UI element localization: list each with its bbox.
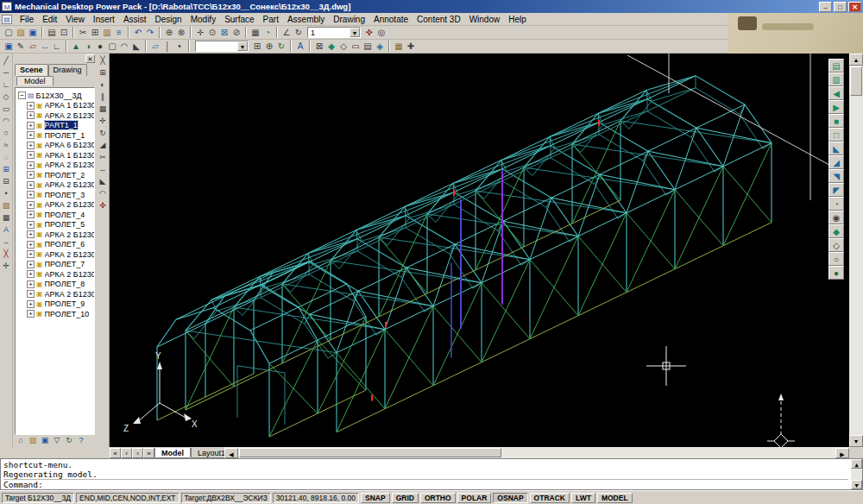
tree-item-АРКА 6 Б1230_1[interactable]: +▣АРКА 6 Б1230_1 (16, 141, 94, 151)
tree-item-АРКА 2 Б1230_2[interactable]: +▣АРКА 2 Б1230_2 (16, 161, 94, 171)
menu-view[interactable]: View (61, 14, 89, 25)
zoom-window-icon[interactable]: ⊠ (218, 27, 230, 39)
move2-icon[interactable]: ✛ (98, 116, 109, 128)
extend-icon[interactable]: ↔ (98, 164, 109, 176)
tree-item-ПРОЛЕТ_6[interactable]: +▣ПРОЛЕТ_6 (16, 240, 94, 250)
menu-insert[interactable]: Insert (89, 14, 119, 25)
camera-icon[interactable]: ◉ (828, 211, 844, 224)
save-file-icon[interactable]: ▣ (27, 27, 39, 39)
tree-item-PART1_1[interactable]: +▣PART1_1 (16, 121, 94, 131)
toolbar-combo[interactable]: ▼ (195, 41, 249, 52)
tree-item-АРКА 2 Б1230_7[interactable]: +▣АРКА 2 Б1230_7 (16, 249, 94, 260)
mirror-icon[interactable]: ◐ (98, 79, 109, 91)
tree-item-Б12Х30__3Д[interactable]: −▤Б12Х30__3Д (16, 91, 94, 101)
tree-item-ПРОЛЕТ_7[interactable]: +▣ПРОЛЕТ_7 (16, 260, 94, 270)
profile-icon[interactable]: ▱ (27, 41, 39, 53)
command-history[interactable]: shortcut-menu. Regenerating model. Comma… (1, 459, 851, 489)
erase-icon[interactable]: ╳ (1, 249, 12, 261)
menu-modify[interactable]: Modify (186, 14, 220, 25)
help-q-icon[interactable]: ? (76, 436, 86, 446)
tree-item-АРКА 2 Б1230_8[interactable]: +▣АРКА 2 Б1230_8 (16, 269, 94, 280)
expand-box-icon[interactable]: + (27, 171, 35, 179)
combine-icon[interactable]: ⊕ (263, 41, 275, 53)
drawing-viewport[interactable]: YXZ ▤▥◀▶■□◣◢◥◤◔◉◆◇○● (110, 54, 849, 447)
expand-box-icon[interactable]: + (27, 280, 35, 288)
move-icon[interactable]: ✛ (1, 261, 12, 273)
chamfer-icon[interactable]: ◣ (98, 176, 109, 188)
scale-icon[interactable]: ◢ (98, 140, 109, 152)
tree-item-АРКА 1 Б1230_1[interactable]: +▣АРКА 1 Б1230_1 (16, 101, 94, 111)
power-snap-icon[interactable]: ✜ (363, 27, 375, 39)
tree-item-ПРОЛЕТ_4[interactable]: +▣ПРОЛЕТ_4 (16, 210, 94, 220)
update-part-icon[interactable]: ↻ (275, 41, 287, 53)
tab-model[interactable]: Model (154, 448, 191, 458)
zoom-extents-icon[interactable]: ⊠ (313, 41, 325, 53)
toggle-otrack[interactable]: OTRACK (530, 493, 570, 503)
pan-icon[interactable]: ✛ (194, 27, 206, 39)
expand-box-icon[interactable]: + (27, 261, 35, 268)
trim-icon[interactable]: ✂ (98, 152, 109, 164)
menu-annotate[interactable]: Annotate (369, 14, 413, 25)
fillet-feature-icon[interactable]: ◠ (118, 41, 130, 53)
front-view-icon[interactable]: ▭ (350, 41, 362, 53)
expand-box-icon[interactable]: + (27, 211, 35, 218)
command-scroll-up[interactable]: ▲ (851, 459, 862, 469)
copy-object-icon[interactable]: ⊞ (98, 67, 109, 79)
expand-box-icon[interactable]: + (27, 290, 35, 298)
se-isometric-icon[interactable]: ◢ (828, 155, 844, 169)
hidden-line-icon[interactable]: ◇ (828, 238, 844, 252)
prev-tab-button[interactable]: ‹ (121, 448, 132, 458)
menu-drawing[interactable]: Drawing (329, 14, 369, 25)
extrude-icon[interactable]: ▲ (70, 41, 82, 53)
match-properties-icon[interactable]: ≡ (113, 27, 125, 39)
array-icon[interactable]: ▦ (98, 104, 109, 116)
vertical-scrollbar[interactable]: ▲ ▼ (849, 54, 863, 447)
circle-icon[interactable]: ○ (1, 128, 12, 140)
horizontal-scroll-thumb[interactable] (239, 448, 501, 457)
toolbar-combo[interactable]: 1▼ (307, 27, 361, 38)
browser-close-button[interactable]: ✕ (85, 54, 95, 63)
tab-scene[interactable]: Scene (15, 64, 48, 76)
menu-surface[interactable]: Surface (220, 14, 258, 25)
expand-box-icon[interactable]: + (27, 151, 35, 159)
floppy-icon[interactable]: ▣ (40, 436, 50, 446)
expand-box-icon[interactable]: + (27, 221, 35, 229)
expand-box-icon[interactable]: + (27, 122, 35, 129)
ucs-icon[interactable]: ∠ (280, 27, 293, 39)
tree-item-АРКА 2 Б1230_3[interactable]: +▣АРКА 2 Б1230_3 (16, 180, 94, 191)
shade-mode-icon[interactable]: ◆ (828, 224, 844, 238)
desktop-icon[interactable]: ⌂ (16, 436, 26, 446)
expand-box-icon[interactable]: + (27, 181, 35, 189)
new-sketch-icon[interactable]: ✎ (15, 41, 27, 53)
tree-item-ПРОЛЕТ_5[interactable]: +▣ПРОЛЕТ_5 (16, 220, 94, 230)
zoom-previous-icon[interactable]: ⊘ (230, 27, 243, 39)
menu-design[interactable]: Design (151, 14, 186, 25)
left-view-icon[interactable]: ◀ (828, 86, 844, 100)
rectangle-icon[interactable]: ▭ (1, 104, 12, 116)
expand-box-icon[interactable]: + (27, 161, 35, 169)
back-view-icon[interactable]: □ (828, 128, 844, 142)
redo-icon[interactable]: ↷ (144, 27, 156, 39)
polygon-icon[interactable]: ◇ (1, 91, 12, 104)
arc-icon[interactable]: ◠ (1, 116, 12, 128)
wireframe-mode-icon[interactable]: ◇ (337, 41, 350, 53)
top-view-icon[interactable]: ▤ (362, 41, 374, 53)
expand-box-icon[interactable]: + (27, 142, 35, 149)
tree-item-ПРОЛЕТ_9[interactable]: +▣ПРОЛЕТ_9 (16, 299, 94, 310)
pattern-icon[interactable]: ⊞ (251, 41, 263, 53)
command-scrollbar[interactable]: ▲ ▼ (851, 459, 862, 489)
first-tab-button[interactable]: « (110, 448, 121, 458)
tree-item-ПРОЛЕТ_2[interactable]: +▣ПРОЛЕТ_2 (16, 170, 94, 180)
toggle-ortho[interactable]: ORTHO (420, 493, 456, 503)
minimize-button[interactable]: – (819, 2, 832, 12)
osnap-settings-icon[interactable]: ◎ (375, 27, 387, 39)
maximize-button[interactable]: □ (834, 2, 847, 12)
zoom-realtime-icon[interactable]: ⊙ (206, 27, 218, 39)
region-icon[interactable]: ▦ (1, 212, 12, 224)
menu-content-3d[interactable]: Content 3D (413, 14, 465, 25)
explode-icon[interactable]: ✜ (98, 200, 109, 212)
tree-item-ПРОЛЕТ_8[interactable]: +▣ПРОЛЕТ_8 (16, 280, 94, 290)
render-icon[interactable]: ● (828, 266, 844, 280)
command-line-area[interactable]: shortcut-menu. Regenerating model. Comma… (0, 458, 863, 490)
paste-icon[interactable]: ▥ (101, 27, 113, 39)
